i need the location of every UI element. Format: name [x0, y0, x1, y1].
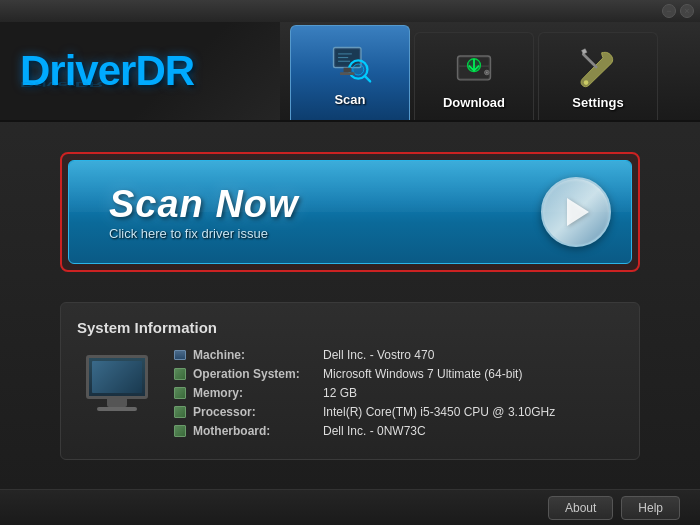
processor-icon	[173, 405, 187, 419]
scan-now-button[interactable]: Scan Now Click here to fix driver issue	[68, 160, 632, 264]
minimize-button[interactable]: −	[662, 4, 676, 18]
tab-scan[interactable]: Scan	[290, 25, 410, 120]
logo-reflection: DriverDR	[20, 80, 103, 89]
memory-label: Memory:	[193, 386, 323, 400]
svg-point-16	[486, 72, 488, 74]
scan-now-wrapper: Scan Now Click here to fix driver issue	[60, 152, 640, 272]
nav-tabs: Scan	[280, 22, 700, 120]
svg-rect-8	[344, 67, 351, 72]
monitor-base	[97, 407, 137, 411]
svg-point-17	[584, 80, 589, 85]
monitor-screen	[86, 355, 148, 399]
close-button[interactable]: ×	[680, 4, 694, 18]
svg-line-18	[583, 54, 596, 67]
help-button[interactable]: Help	[621, 496, 680, 520]
scan-now-arrow	[541, 177, 611, 247]
system-info-container: System Information M	[60, 302, 640, 460]
scan-now-subtitle: Click here to fix driver issue	[109, 226, 299, 241]
svg-rect-9	[340, 72, 355, 75]
os-label: Operation System:	[193, 367, 323, 381]
computer-icon	[77, 348, 157, 418]
tab-settings-label: Settings	[572, 95, 623, 110]
svg-line-4	[365, 75, 371, 81]
processor-label: Processor:	[193, 405, 323, 419]
arrow-triangle-icon	[567, 198, 589, 226]
about-button[interactable]: About	[548, 496, 613, 520]
download-icon	[450, 43, 498, 91]
app-container: DriverDR DriverDR	[0, 22, 700, 525]
monitor-shape	[86, 355, 148, 411]
info-row-machine: Machine: Dell Inc. - Vostro 470	[173, 348, 623, 362]
chip-icon-shape-3	[174, 406, 186, 418]
info-row-processor: Processor: Intel(R) Core(TM) i5-3450 CPU…	[173, 405, 623, 419]
monitor-stand	[107, 399, 127, 407]
machine-value: Dell Inc. - Vostro 470	[323, 348, 434, 362]
chip-icon-shape-4	[174, 425, 186, 437]
tab-scan-label: Scan	[334, 92, 365, 107]
motherboard-icon	[173, 424, 187, 438]
chip-icon-shape-2	[174, 387, 186, 399]
memory-icon	[173, 386, 187, 400]
processor-value: Intel(R) Core(TM) i5-3450 CPU @ 3.10GHz	[323, 405, 555, 419]
tab-download-label: Download	[443, 95, 505, 110]
chip-icon-shape	[174, 368, 186, 380]
system-info-title: System Information	[77, 319, 623, 336]
monitor-icon-shape	[174, 350, 186, 360]
main-content: Scan Now Click here to fix driver issue …	[0, 122, 700, 480]
title-bar: − ×	[0, 0, 700, 22]
info-row-memory: Memory: 12 GB	[173, 386, 623, 400]
footer: About Help	[0, 489, 700, 525]
logo-area: DriverDR DriverDR	[0, 22, 280, 120]
system-info-body: Machine: Dell Inc. - Vostro 470 Operatio…	[77, 348, 623, 443]
scan-now-text: Scan Now Click here to fix driver issue	[109, 183, 299, 241]
info-row-motherboard: Motherboard: Dell Inc. - 0NW73C	[173, 424, 623, 438]
os-icon	[173, 367, 187, 381]
tab-settings[interactable]: Settings	[538, 32, 658, 120]
header: DriverDR DriverDR	[0, 22, 700, 122]
motherboard-value: Dell Inc. - 0NW73C	[323, 424, 426, 438]
machine-icon	[173, 348, 187, 362]
tab-download[interactable]: Download	[414, 32, 534, 120]
memory-value: 12 GB	[323, 386, 357, 400]
settings-icon	[574, 43, 622, 91]
system-info-details: Machine: Dell Inc. - Vostro 470 Operatio…	[173, 348, 623, 443]
os-value: Microsoft Windows 7 Ultimate (64-bit)	[323, 367, 522, 381]
machine-label: Machine:	[193, 348, 323, 362]
motherboard-label: Motherboard:	[193, 424, 323, 438]
scan-icon	[326, 40, 374, 88]
info-row-os: Operation System: Microsoft Windows 7 Ul…	[173, 367, 623, 381]
scan-now-title: Scan Now	[109, 183, 299, 226]
